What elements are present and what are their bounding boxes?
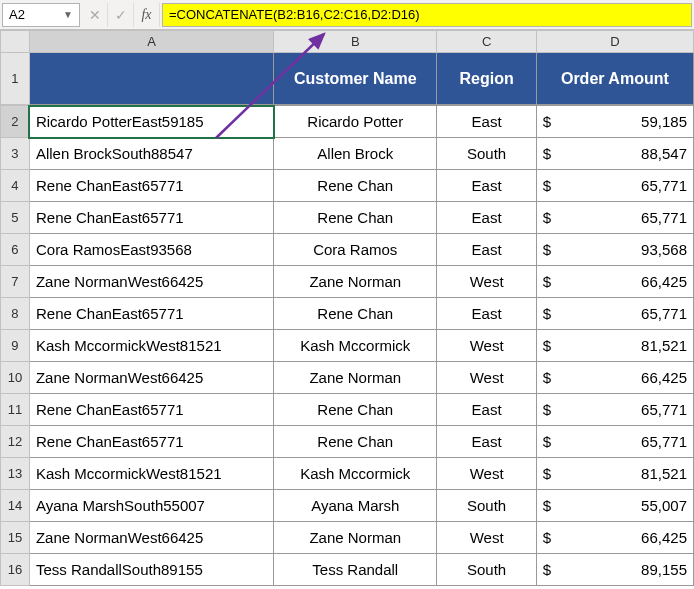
cell-amount[interactable]: $55,007	[536, 490, 693, 522]
cell-region[interactable]: West	[437, 330, 536, 362]
row-header-1[interactable]: 1	[1, 53, 30, 105]
cell-concat[interactable]: Rene ChanEast65771	[29, 426, 273, 458]
cell-concat[interactable]: Kash MccormickWest81521	[29, 458, 273, 490]
cell-concat[interactable]: Kash MccormickWest81521	[29, 330, 273, 362]
cell-region[interactable]: East	[437, 106, 536, 138]
cell-concat[interactable]: Rene ChanEast65771	[29, 170, 273, 202]
cell-region[interactable]: West	[437, 266, 536, 298]
cell-region[interactable]: East	[437, 170, 536, 202]
cell-customer[interactable]: Rene Chan	[274, 426, 437, 458]
column-header-c[interactable]: C	[437, 31, 536, 53]
row-header[interactable]: 12	[1, 426, 30, 458]
row-header[interactable]: 6	[1, 234, 30, 266]
cell-region[interactable]: East	[437, 202, 536, 234]
cell-customer[interactable]: Kash Mccormick	[274, 458, 437, 490]
cell-region[interactable]: West	[437, 522, 536, 554]
cell-amount[interactable]: $65,771	[536, 298, 693, 330]
cell-concat[interactable]: Tess RandallSouth89155	[29, 554, 273, 586]
cell-region[interactable]: South	[437, 138, 536, 170]
dollar-sign: $	[543, 529, 551, 546]
header-cell-d[interactable]: Order Amount	[536, 53, 693, 105]
cell-amount[interactable]: $81,521	[536, 458, 693, 490]
cell-region[interactable]: East	[437, 298, 536, 330]
cell-customer[interactable]: Kash Mccormick	[274, 330, 437, 362]
cell-concat[interactable]: Rene ChanEast65771	[29, 394, 273, 426]
cell-amount[interactable]: $65,771	[536, 202, 693, 234]
cell-customer[interactable]: Tess Randall	[274, 554, 437, 586]
cell-region[interactable]: West	[437, 362, 536, 394]
cell-concat[interactable]: Cora RamosEast93568	[29, 234, 273, 266]
cell-customer[interactable]: Rene Chan	[274, 394, 437, 426]
table-row: 15Zane NormanWest66425Zane NormanWest$66…	[1, 522, 694, 554]
cell-amount[interactable]: $65,771	[536, 426, 693, 458]
cell-concat[interactable]: Allen BrockSouth88547	[29, 138, 273, 170]
cell-customer[interactable]: Rene Chan	[274, 170, 437, 202]
header-cell-a[interactable]	[29, 53, 273, 105]
cell-customer[interactable]: Cora Ramos	[274, 234, 437, 266]
formula-input[interactable]: =CONCATENATE(B2:B16,C2:C16,D2:D16)	[162, 3, 692, 27]
formula-text: =CONCATENATE(B2:B16,C2:C16,D2:D16)	[169, 7, 420, 22]
cell-amount[interactable]: $65,771	[536, 394, 693, 426]
cell-concat[interactable]: Zane NormanWest66425	[29, 522, 273, 554]
cell-concat[interactable]: Rene ChanEast65771	[29, 202, 273, 234]
table-row: 11Rene ChanEast65771Rene ChanEast$65,771	[1, 394, 694, 426]
row-header[interactable]: 5	[1, 202, 30, 234]
cell-amount[interactable]: $65,771	[536, 170, 693, 202]
cell-customer[interactable]: Rene Chan	[274, 298, 437, 330]
row-header[interactable]: 11	[1, 394, 30, 426]
row-header[interactable]: 3	[1, 138, 30, 170]
row-header[interactable]: 10	[1, 362, 30, 394]
cell-concat[interactable]: Zane NormanWest66425	[29, 266, 273, 298]
row-header[interactable]: 13	[1, 458, 30, 490]
cell-amount[interactable]: $66,425	[536, 266, 693, 298]
dollar-sign: $	[543, 113, 551, 130]
cell-customer[interactable]: Ricardo Potter	[274, 106, 437, 138]
column-header-d[interactable]: D	[536, 31, 693, 53]
header-cell-b[interactable]: Customer Name	[274, 53, 437, 105]
cell-customer[interactable]: Zane Norman	[274, 362, 437, 394]
cell-concat[interactable]: Rene ChanEast65771	[29, 298, 273, 330]
cell-concat[interactable]: Zane NormanWest66425	[29, 362, 273, 394]
table-row: 9Kash MccormickWest81521Kash MccormickWe…	[1, 330, 694, 362]
row-header[interactable]: 8	[1, 298, 30, 330]
chevron-down-icon[interactable]: ▼	[63, 9, 73, 20]
cell-customer[interactable]: Zane Norman	[274, 266, 437, 298]
row-header[interactable]: 2	[1, 106, 30, 138]
row-header[interactable]: 14	[1, 490, 30, 522]
cell-amount[interactable]: $89,155	[536, 554, 693, 586]
cell-region[interactable]: East	[437, 234, 536, 266]
cell-amount[interactable]: $88,547	[536, 138, 693, 170]
cell-amount[interactable]: $81,521	[536, 330, 693, 362]
select-all-corner[interactable]	[1, 31, 30, 53]
row-header[interactable]: 9	[1, 330, 30, 362]
cell-concat[interactable]: Ayana MarshSouth55007	[29, 490, 273, 522]
column-header-b[interactable]: B	[274, 31, 437, 53]
cell-region[interactable]: South	[437, 554, 536, 586]
cell-amount[interactable]: $93,568	[536, 234, 693, 266]
cancel-icon[interactable]: ✕	[82, 3, 108, 27]
cell-region[interactable]: South	[437, 490, 536, 522]
cell-concat[interactable]: Ricardo PotterEast59185	[29, 106, 273, 138]
table-row: 6Cora RamosEast93568Cora RamosEast$93,56…	[1, 234, 694, 266]
cell-amount[interactable]: $66,425	[536, 522, 693, 554]
fx-button[interactable]: fx	[134, 3, 160, 27]
cell-customer[interactable]: Ayana Marsh	[274, 490, 437, 522]
column-header-a[interactable]: A	[29, 31, 273, 53]
cell-customer[interactable]: Allen Brock	[274, 138, 437, 170]
row-header[interactable]: 16	[1, 554, 30, 586]
dollar-sign: $	[543, 305, 551, 322]
row-header[interactable]: 15	[1, 522, 30, 554]
confirm-icon[interactable]: ✓	[108, 3, 134, 27]
cell-customer[interactable]: Rene Chan	[274, 202, 437, 234]
name-box[interactable]: A2 ▼	[2, 3, 80, 27]
cell-region[interactable]: East	[437, 394, 536, 426]
table-row: 14Ayana MarshSouth55007Ayana MarshSouth$…	[1, 490, 694, 522]
row-header[interactable]: 7	[1, 266, 30, 298]
cell-region[interactable]: West	[437, 458, 536, 490]
cell-amount[interactable]: $66,425	[536, 362, 693, 394]
cell-region[interactable]: East	[437, 426, 536, 458]
cell-amount[interactable]: $59,185	[536, 106, 693, 138]
row-header[interactable]: 4	[1, 170, 30, 202]
header-cell-c[interactable]: Region	[437, 53, 536, 105]
cell-customer[interactable]: Zane Norman	[274, 522, 437, 554]
